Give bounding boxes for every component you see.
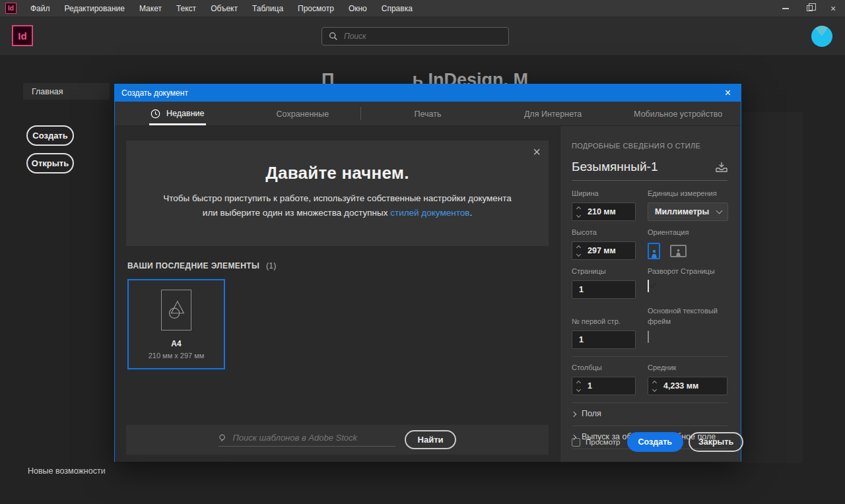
pages-field[interactable]: 1: [572, 280, 636, 299]
dialog-title: Создать документ: [121, 88, 188, 98]
facing-pages-label: Разворот Страницы: [648, 267, 727, 275]
document-name-input[interactable]: Безымянный-1: [572, 160, 716, 174]
width-field[interactable]: 210 мм: [572, 203, 636, 221]
create-document-dialog: Создать документ × Недавние Сохраненные …: [114, 84, 741, 462]
gutter-stepper[interactable]: [648, 381, 660, 391]
preview-label: Просмотр: [586, 438, 621, 446]
start-page-field[interactable]: 1: [572, 331, 636, 349]
chevron-right-icon: [571, 411, 576, 416]
window-controls: ×: [774, 0, 845, 16]
menu-type[interactable]: Текст: [169, 0, 203, 16]
document-styles-link[interactable]: стилей документов: [390, 208, 469, 218]
menu-view[interactable]: Просмотр: [290, 0, 341, 16]
dialog-left-pane: × Давайте начнем. Чтобы быстро приступит…: [115, 126, 560, 462]
dialog-close-button[interactable]: ×: [722, 88, 734, 98]
dialog-footer: Просмотр Создать Закрыть: [560, 432, 741, 452]
close-icon: ×: [830, 4, 836, 13]
units-dropdown[interactable]: Миллиметры: [648, 203, 728, 221]
close-button[interactable]: Закрыть: [689, 432, 743, 452]
facing-pages-checkbox[interactable]: [648, 280, 649, 292]
primary-text-frame-checkbox[interactable]: [648, 331, 649, 343]
orientation-portrait-button[interactable]: [648, 243, 660, 259]
search-icon: [329, 32, 338, 41]
tab-separator: [360, 107, 361, 120]
height-label: Высота: [572, 228, 648, 236]
restore-icon: [807, 5, 813, 11]
whats-new-link[interactable]: Новые возможности: [28, 466, 106, 476]
start-page-label: № первой стр.: [572, 317, 648, 325]
search-icon: [219, 433, 227, 443]
tab-mobile[interactable]: Мобильное устройство: [615, 102, 741, 125]
minimize-button[interactable]: [774, 0, 797, 16]
preset-details-heading: ПОДРОБНЫЕ СВЕДЕНИЯ О СТИЛЕ: [572, 142, 727, 150]
primary-text-frame-label: Основной текстовый фрейм: [648, 306, 733, 327]
tab-web[interactable]: Для Интернета: [490, 102, 616, 125]
restore-button[interactable]: [797, 0, 821, 16]
dialog-titlebar: Создать документ ×: [115, 84, 741, 102]
hero-text: Чтобы быстро приступить к работе, исполь…: [158, 191, 518, 221]
margins-section-toggle[interactable]: Поля: [572, 403, 727, 424]
preview-checkbox[interactable]: [572, 438, 580, 447]
sidebar-item-home[interactable]: Главная: [23, 83, 110, 100]
width-stepper[interactable]: [572, 207, 584, 217]
clock-icon: [151, 109, 160, 119]
save-preset-icon[interactable]: [716, 162, 727, 172]
tab-saved[interactable]: Сохраненные: [240, 102, 366, 125]
create-button[interactable]: Создать: [627, 432, 683, 452]
divider: [572, 356, 727, 357]
document-name-row: Безымянный-1: [572, 160, 727, 181]
menu-help[interactable]: Справка: [374, 0, 420, 16]
menu-edit[interactable]: Редактирование: [57, 0, 132, 16]
gutter-label: Средник: [648, 363, 727, 371]
orientation-landscape-button[interactable]: [670, 245, 687, 257]
stock-search-input[interactable]: [232, 433, 395, 443]
app-search-bar[interactable]: [321, 27, 509, 46]
recent-item-dimensions: 210 мм x 297 мм: [149, 352, 205, 360]
pages-label: Страницы: [572, 267, 648, 275]
tab-print[interactable]: Печать: [365, 102, 490, 125]
recent-item-name: A4: [171, 339, 181, 348]
minimize-icon: [782, 8, 789, 9]
height-stepper[interactable]: [572, 246, 584, 256]
menu-window[interactable]: Окно: [341, 0, 374, 16]
columns-stepper[interactable]: [572, 381, 584, 391]
app-search-input[interactable]: [344, 32, 502, 41]
height-field[interactable]: 297 мм: [572, 241, 636, 260]
app-header: Id: [0, 17, 845, 56]
preset-details-panel: ПОДРОБНЫЕ СВЕДЕНИЯ О СТИЛЕ Безымянный-1 …: [560, 126, 741, 462]
hero-close-icon[interactable]: ×: [533, 144, 541, 160]
indesign-app-logo: Id: [12, 25, 33, 46]
width-label: Ширина: [572, 189, 648, 197]
menu-table[interactable]: Таблица: [245, 0, 290, 16]
columns-field[interactable]: 1: [572, 377, 636, 395]
menu-layout[interactable]: Макет: [132, 0, 169, 16]
document-thumbnail: [161, 290, 191, 331]
stock-search-field[interactable]: [219, 433, 395, 447]
landscape-person-icon: [675, 249, 681, 256]
home-open-button[interactable]: Открыть: [26, 153, 74, 173]
indesign-logo-icon: Id: [5, 3, 17, 14]
chevron-down-icon: [716, 207, 723, 214]
recent-item-a4[interactable]: A4 210 мм x 297 мм: [127, 279, 225, 369]
user-avatar[interactable]: [811, 26, 832, 47]
gutter-field[interactable]: 4,233 мм: [648, 377, 727, 395]
dialog-tabs: Недавние Сохраненные Печать Для Интернет…: [115, 102, 741, 126]
orientation-label: Ориентация: [648, 228, 727, 236]
portrait-person-icon: [651, 249, 658, 258]
columns-label: Столбцы: [572, 363, 648, 371]
stock-search-bar: Найти: [126, 425, 549, 455]
recent-items-count: (1): [266, 261, 277, 270]
hero-title: Давайте начнем.: [126, 163, 549, 183]
close-window-button[interactable]: ×: [821, 0, 845, 16]
menu-object[interactable]: Объект: [203, 0, 245, 16]
units-label: Единицы измерения: [648, 189, 728, 197]
home-create-button[interactable]: Создать: [26, 125, 74, 146]
find-button[interactable]: Найти: [405, 430, 457, 449]
getting-started-card: × Давайте начнем. Чтобы быстро приступит…: [126, 141, 549, 246]
menu-file[interactable]: Файл: [23, 0, 57, 16]
recent-items-heading: ВАШИ ПОСЛЕДНИЕ ЭЛЕМЕНТЫ (1): [127, 261, 277, 270]
tab-recent[interactable]: Недавние: [115, 102, 240, 125]
menu-bar: Id Файл Редактирование Макет Текст Объек…: [0, 0, 845, 17]
document-shapes-icon: [164, 297, 189, 323]
